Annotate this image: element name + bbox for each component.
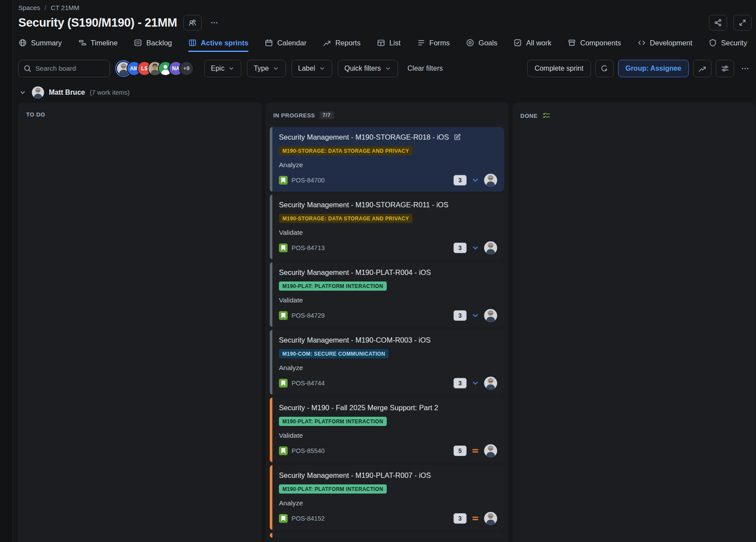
column-to-do: TO DO (18, 103, 261, 542)
card-key[interactable]: POS-84744 (292, 380, 325, 387)
card-key[interactable]: POS-84152 (292, 515, 325, 522)
column-header: IN PROGRESS7/7 (265, 103, 509, 123)
chart-icon (323, 38, 331, 47)
assignee-avatar[interactable] (484, 174, 497, 187)
card-key[interactable]: POS-84700 (292, 177, 325, 184)
tab-bar: SummaryTimelineBacklogActive sprintsCale… (18, 35, 752, 52)
table-icon (377, 38, 385, 47)
tab-development[interactable]: Development (637, 38, 692, 52)
tab-security[interactable]: Security (708, 38, 747, 52)
card-accent-bar (270, 465, 272, 530)
avatar-overflow-count[interactable]: +9 (180, 62, 193, 75)
estimate-badge[interactable]: 3 (454, 378, 467, 388)
ellipsis-icon (741, 64, 749, 73)
board-card[interactable]: Security Management - M190-STORAGE-R011 … (270, 195, 504, 259)
tab-goals[interactable]: Goals (466, 38, 497, 52)
card-list (18, 122, 261, 126)
insights-button[interactable] (693, 60, 711, 77)
card-label-chip[interactable]: M190-STORAGE: DATA STORAGE AND PRIVACY (279, 214, 412, 223)
card-label-chip[interactable]: M190-PLAT: PLATFORM INTERACTION (279, 484, 387, 494)
search-input[interactable] (35, 65, 105, 72)
tab-active-sprints[interactable]: Active sprints (188, 38, 248, 52)
fullscreen-button[interactable] (733, 15, 752, 31)
card-status: Validate (279, 431, 497, 440)
board-people-button[interactable] (183, 15, 202, 31)
toolbar-more-button[interactable] (739, 61, 752, 76)
chevron-down-icon (272, 65, 279, 72)
feedback-button[interactable] (595, 60, 614, 77)
card-accent-bar (270, 127, 272, 192)
card-key[interactable]: POS-84713 (292, 244, 325, 251)
assignee-avatar[interactable] (484, 241, 497, 254)
tab-label: Components (580, 39, 621, 47)
card-label-chip[interactable]: M190-COM: SECURE COMMUNICATION (279, 349, 388, 358)
assignee-avatar-stack: AMLSNA+9 (117, 62, 193, 75)
estimate-badge[interactable]: 5 (454, 446, 467, 456)
board-card[interactable]: Security Management - M190-PLAT-R004 - i… (270, 262, 504, 327)
card-label-chip[interactable]: M190-PLAT: PLATFORM INTERACTION (279, 281, 387, 291)
breadcrumb-project[interactable]: CT 21MM (51, 4, 79, 11)
left-rail (0, 0, 13, 542)
board-card-partial[interactable] (270, 533, 504, 538)
tab-forms[interactable]: Forms (417, 38, 450, 52)
estimate-badge[interactable]: 3 (454, 310, 467, 321)
assignee-avatar[interactable] (484, 444, 497, 457)
tab-label: List (389, 39, 401, 47)
board-icon (188, 38, 197, 47)
card-title: Security - M190 - Fall 2025 Merge Suppor… (279, 403, 438, 412)
card-status: Analyze (279, 498, 497, 508)
tab-reports[interactable]: Reports (323, 38, 361, 52)
swimlane-header[interactable]: Matt Bruce (7 work items) (18, 86, 752, 99)
priority-medium-icon (471, 446, 480, 456)
priority-low-icon (471, 175, 480, 185)
sliders-icon (721, 64, 729, 73)
assignee-avatar[interactable] (484, 309, 497, 322)
search-board-field[interactable] (18, 60, 110, 77)
story-type-icon (279, 379, 288, 388)
ellipsis-icon (210, 18, 219, 27)
board: TO DOIN PROGRESS7/7Security Management -… (18, 103, 752, 542)
type-filter-dropdown[interactable]: Type (247, 60, 286, 77)
complete-sprint-button[interactable]: Complete sprint (527, 60, 591, 77)
breadcrumb-spaces[interactable]: Spaces (18, 4, 40, 11)
card-key[interactable]: POS-85540 (292, 447, 325, 454)
story-type-icon (279, 244, 288, 252)
assignee-avatar[interactable] (484, 512, 497, 525)
card-label-chip[interactable]: M190-STORAGE: DATA STORAGE AND PRIVACY (279, 146, 412, 155)
chevron-down-icon (385, 65, 392, 72)
view-settings-button[interactable] (716, 60, 734, 77)
estimate-badge[interactable]: 3 (454, 243, 467, 253)
tab-label: Calendar (277, 39, 306, 47)
tab-backlog[interactable]: Backlog (134, 38, 172, 52)
card-key[interactable]: POS-84729 (292, 312, 325, 319)
column-done: DONE (512, 103, 756, 542)
estimate-badge[interactable]: 3 (454, 513, 467, 524)
card-accent-bar (270, 533, 272, 538)
dropdown-label: Label (298, 65, 315, 72)
board-card[interactable]: Security Management - M190-PLAT-R007 - i… (270, 465, 504, 530)
tab-calendar[interactable]: Calendar (265, 38, 306, 52)
card-accent-bar (270, 330, 272, 394)
board-card[interactable]: Security - M190 - Fall 2025 Merge Suppor… (270, 398, 504, 462)
tab-timeline[interactable]: Timeline (78, 38, 118, 52)
tab-all-work[interactable]: All work (513, 38, 551, 52)
edit-icon[interactable] (453, 133, 462, 141)
share-button[interactable] (709, 15, 727, 31)
quick-filters-filter-dropdown[interactable]: Quick filters (338, 60, 398, 77)
tab-components[interactable]: Components (567, 38, 621, 52)
epic-filter-dropdown[interactable]: Epic (204, 60, 241, 77)
assignee-avatar[interactable] (484, 377, 497, 390)
board-card[interactable]: Security Management - M190-STORAGE-R018 … (270, 127, 504, 192)
board-card[interactable]: Security Management - M190-COM-R003 - iO… (270, 330, 504, 394)
tab-summary[interactable]: Summary (18, 38, 62, 52)
tab-list[interactable]: List (377, 38, 401, 52)
column-title: TO DO (26, 111, 45, 118)
group-by-button[interactable]: Group: Assignee (618, 60, 689, 77)
clear-filters-button[interactable]: Clear filters (408, 65, 443, 72)
label-filter-dropdown[interactable]: Label (292, 60, 332, 77)
estimate-badge[interactable]: 3 (454, 175, 467, 185)
chevron-down-icon[interactable] (18, 88, 27, 97)
column-header: DONE (512, 103, 756, 124)
title-more-button[interactable] (208, 15, 221, 31)
card-label-chip[interactable]: M190-PLAT: PLATFORM INTERACTION (279, 417, 387, 426)
